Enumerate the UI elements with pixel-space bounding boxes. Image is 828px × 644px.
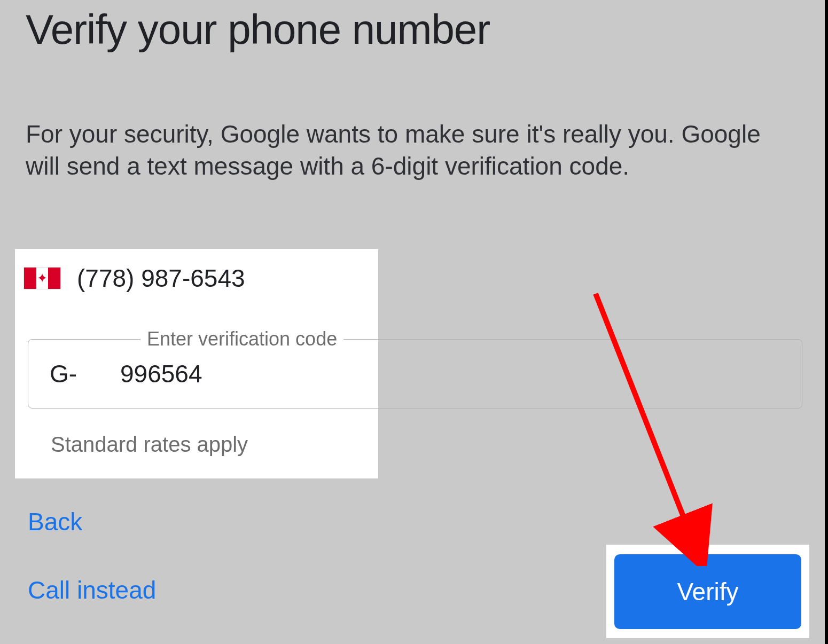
phone-number-text: (778) 987-6543 [77,264,245,293]
verify-button-highlight: Verify [606,545,809,638]
annotation-arrow-icon [585,288,745,566]
verification-code-input[interactable] [119,359,762,389]
page-title: Verify your phone number [26,5,490,54]
verification-code-label: Enter verification code [140,328,343,350]
call-instead-link[interactable]: Call instead [28,576,156,604]
description-text: For your security, Google wants to make … [26,119,795,183]
svg-line-0 [596,294,694,545]
back-link[interactable]: Back [28,507,82,536]
verification-code-prefix: G- [50,359,77,388]
canada-flag-icon[interactable]: ✦ [24,267,61,289]
phone-row: ✦ (778) 987-6543 [24,264,245,293]
verification-code-field[interactable]: Enter verification code G- [28,339,802,409]
standard-rates-text: Standard rates apply [51,433,248,457]
verify-button[interactable]: Verify [614,554,801,629]
